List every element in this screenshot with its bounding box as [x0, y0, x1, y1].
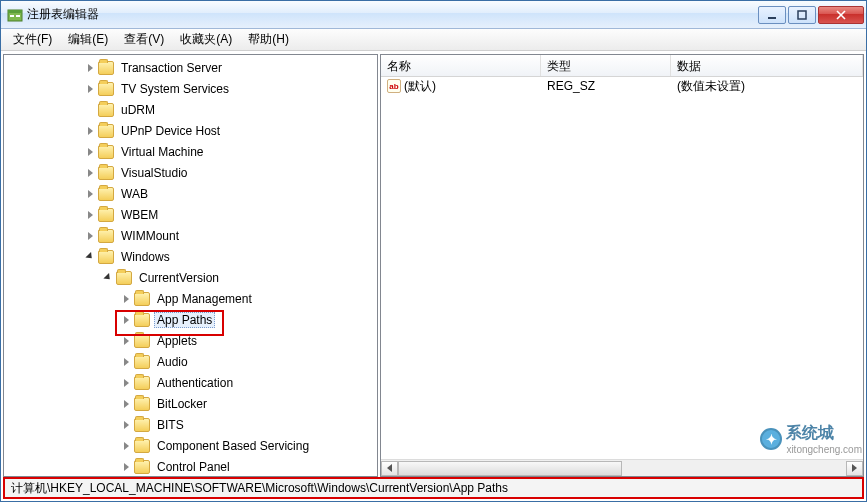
svg-rect-2: [10, 15, 14, 17]
tree-node-label: App Paths: [154, 312, 215, 328]
tree-node-label: Authentication: [154, 375, 236, 391]
menu-favorites[interactable]: 收藏夹(A): [172, 29, 240, 50]
value-list-pane: 名称 类型 数据 ab (默认) REG_SZ (数值未设置): [380, 54, 864, 477]
expand-icon[interactable]: [120, 461, 132, 473]
app-window: 注册表编辑器 文件(F) 编辑(E) 查看(V) 收藏夹(A) 帮助(H) Tr…: [0, 0, 867, 502]
scroll-right-button[interactable]: [846, 461, 863, 476]
menu-view[interactable]: 查看(V): [116, 29, 172, 50]
expand-icon[interactable]: [120, 419, 132, 431]
expand-icon[interactable]: [84, 230, 96, 242]
tree-node-label: Component Based Servicing: [154, 438, 312, 454]
collapse-icon[interactable]: [84, 251, 96, 263]
registry-tree-pane[interactable]: Transaction ServerTV System ServicesuDRM…: [3, 54, 378, 477]
expand-icon[interactable]: [120, 314, 132, 326]
expand-icon[interactable]: [84, 167, 96, 179]
folder-icon: [98, 145, 114, 159]
tree-node[interactable]: VisualStudio: [4, 162, 377, 183]
folder-icon: [98, 229, 114, 243]
tree-node-label: BITS: [154, 417, 187, 433]
minimize-button[interactable]: [758, 6, 786, 24]
expand-icon[interactable]: [120, 398, 132, 410]
window-title: 注册表编辑器: [27, 6, 758, 23]
menu-edit[interactable]: 编辑(E): [60, 29, 116, 50]
collapse-icon[interactable]: [102, 272, 114, 284]
expand-icon[interactable]: [120, 440, 132, 452]
tree-node[interactable]: Windows: [4, 246, 377, 267]
expand-icon[interactable]: [84, 125, 96, 137]
tree-node[interactable]: TV System Services: [4, 78, 377, 99]
tree-node-label: CurrentVersion: [136, 270, 222, 286]
tree-node[interactable]: Component Based Servicing: [4, 435, 377, 456]
tree-node-label: Transaction Server: [118, 60, 225, 76]
tree-node[interactable]: BitLocker: [4, 393, 377, 414]
expand-icon[interactable]: [84, 209, 96, 221]
cell-type: REG_SZ: [541, 79, 671, 93]
tree-node[interactable]: WIMMount: [4, 225, 377, 246]
folder-icon: [134, 397, 150, 411]
menu-file[interactable]: 文件(F): [5, 29, 60, 50]
tree-node-label: uDRM: [118, 102, 158, 118]
tree-node[interactable]: BITS: [4, 414, 377, 435]
expand-icon[interactable]: [120, 293, 132, 305]
folder-icon: [98, 166, 114, 180]
menu-help[interactable]: 帮助(H): [240, 29, 297, 50]
list-row[interactable]: ab (默认) REG_SZ (数值未设置): [381, 77, 863, 95]
col-header-name[interactable]: 名称: [381, 55, 541, 76]
tree-node[interactable]: CurrentVersion: [4, 267, 377, 288]
cell-name: ab (默认): [381, 78, 541, 95]
tree-node[interactable]: UPnP Device Host: [4, 120, 377, 141]
app-icon: [7, 7, 23, 23]
scroll-left-button[interactable]: [381, 461, 398, 476]
tree-node[interactable]: App Management: [4, 288, 377, 309]
tree-node-label: WIMMount: [118, 228, 182, 244]
client-area: Transaction ServerTV System ServicesuDRM…: [1, 51, 866, 479]
svg-rect-1: [8, 10, 22, 13]
folder-icon: [98, 250, 114, 264]
expand-icon[interactable]: [84, 146, 96, 158]
tree-node-label: App Management: [154, 291, 255, 307]
folder-icon: [98, 187, 114, 201]
scroll-track[interactable]: [398, 461, 846, 476]
tree-node[interactable]: Authentication: [4, 372, 377, 393]
col-header-type[interactable]: 类型: [541, 55, 671, 76]
tree-node[interactable]: Audio: [4, 351, 377, 372]
value-name: (默认): [404, 78, 436, 95]
tree-node-label: Virtual Machine: [118, 144, 207, 160]
tree-node-label: Applets: [154, 333, 200, 349]
tree-node[interactable]: App Paths: [4, 309, 377, 330]
maximize-button[interactable]: [788, 6, 816, 24]
status-bar: 计算机\HKEY_LOCAL_MACHINE\SOFTWARE\Microsof…: [3, 477, 864, 499]
registry-tree: Transaction ServerTV System ServicesuDRM…: [4, 55, 377, 477]
tree-node[interactable]: WBEM: [4, 204, 377, 225]
folder-icon: [98, 103, 114, 117]
tree-node[interactable]: Transaction Server: [4, 57, 377, 78]
tree-node[interactable]: uDRM: [4, 99, 377, 120]
expand-icon[interactable]: [120, 335, 132, 347]
folder-icon: [134, 460, 150, 474]
folder-icon: [98, 208, 114, 222]
expand-icon[interactable]: [84, 83, 96, 95]
expand-icon[interactable]: [84, 62, 96, 74]
close-button[interactable]: [818, 6, 864, 24]
expand-icon[interactable]: [84, 188, 96, 200]
tree-node[interactable]: Virtual Machine: [4, 141, 377, 162]
folder-icon: [98, 82, 114, 96]
scroll-thumb[interactable]: [398, 461, 622, 476]
tree-node[interactable]: Control Panel: [4, 456, 377, 477]
expand-icon[interactable]: [120, 356, 132, 368]
expand-icon[interactable]: [120, 377, 132, 389]
tree-node[interactable]: WAB: [4, 183, 377, 204]
tree-node-label: WAB: [118, 186, 151, 202]
col-header-data[interactable]: 数据: [671, 55, 863, 76]
tree-node-label: VisualStudio: [118, 165, 191, 181]
horizontal-scrollbar[interactable]: [381, 459, 863, 476]
list-body[interactable]: ab (默认) REG_SZ (数值未设置): [381, 77, 863, 459]
folder-icon: [134, 313, 150, 327]
title-bar[interactable]: 注册表编辑器: [1, 1, 866, 29]
folder-icon: [116, 271, 132, 285]
svg-rect-5: [798, 11, 806, 19]
tree-node[interactable]: Applets: [4, 330, 377, 351]
tree-node-label: UPnP Device Host: [118, 123, 223, 139]
folder-icon: [134, 292, 150, 306]
cell-data: (数值未设置): [671, 78, 863, 95]
